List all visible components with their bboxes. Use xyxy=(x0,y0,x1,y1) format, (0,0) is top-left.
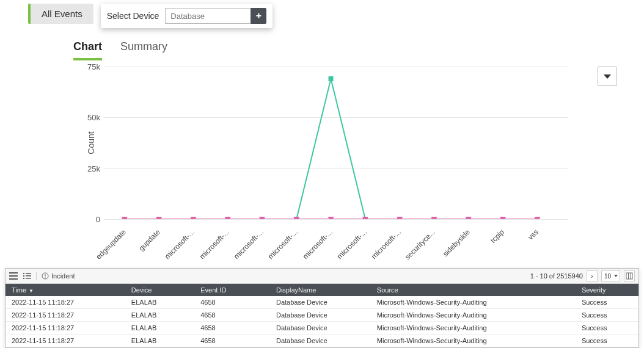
col-header[interactable]: Device xyxy=(125,284,194,296)
col-header[interactable]: Time▼ xyxy=(5,284,125,296)
table-cell: Success xyxy=(576,309,639,322)
x-tick-label: sidebyside xyxy=(441,228,472,258)
table-cell: Microsoft-Windows-Security-Auditing xyxy=(371,296,576,309)
chart-svg xyxy=(104,67,568,219)
col-header[interactable]: DisplayName xyxy=(270,284,371,296)
x-tick-label: gupdate xyxy=(137,228,162,253)
plot-area: Count 025k50k75kedgeupdategupdatemicroso… xyxy=(104,67,568,219)
table-cell: Success xyxy=(576,296,639,309)
grid-line xyxy=(104,219,568,220)
select-device-label: Select Device xyxy=(107,11,159,21)
columns-icon xyxy=(626,272,633,280)
incident-icon xyxy=(42,272,49,280)
table-head: Time▼DeviceEvent IDDisplayNameSourceSeve… xyxy=(5,284,639,296)
series-line xyxy=(125,79,538,219)
table-cell: 4658 xyxy=(194,309,270,322)
table-cell: Success xyxy=(576,322,639,335)
incident-button[interactable]: Incident xyxy=(36,272,75,280)
page-size-select[interactable]: 10 xyxy=(601,270,620,281)
table-cell: Microsoft-Windows-Security-Auditing xyxy=(371,322,576,335)
chart-card: Chart Summary Count 025k50k75kedgeupdate… xyxy=(61,34,587,268)
plus-icon: + xyxy=(256,10,262,21)
x-tick-label: microsoft-... xyxy=(266,228,299,261)
table-cell: ELALAB xyxy=(125,296,194,309)
table-cell: 2022-11-15 11:18:27 xyxy=(5,322,125,335)
table-cell: 4658 xyxy=(194,335,270,347)
x-tick-label: securityce... xyxy=(403,228,437,261)
table-cell: 2022-11-15 11:18:27 xyxy=(5,335,125,347)
table-row[interactable]: 2022-11-15 11:18:27ELALAB4658Database De… xyxy=(5,296,639,309)
list-view-icon[interactable] xyxy=(23,272,31,280)
table-cell: Success xyxy=(576,335,639,347)
table-view-icon[interactable] xyxy=(9,272,18,280)
table-row[interactable]: 2022-11-15 11:18:27ELALAB4658Database De… xyxy=(5,309,639,322)
chart-body: Count 025k50k75kedgeupdategupdatemicroso… xyxy=(61,60,587,268)
next-page-button[interactable]: › xyxy=(587,270,598,281)
x-tick-label: microsoft-... xyxy=(232,228,265,261)
x-tick-label: microsoft-... xyxy=(301,228,334,261)
tab-chart[interactable]: Chart xyxy=(73,40,102,60)
toolbar-left: Incident xyxy=(9,272,75,280)
svg-rect-2 xyxy=(626,273,632,279)
toolbar-right: 1 - 10 of 2515940 › 10 xyxy=(530,270,635,281)
col-header[interactable]: Source xyxy=(371,284,576,296)
x-tick-label: microsoft-... xyxy=(370,228,403,261)
table-cell: Database Device xyxy=(270,296,371,309)
sort-desc-icon: ▼ xyxy=(29,288,34,294)
tab-all-events[interactable]: All Events xyxy=(28,4,93,24)
table-cell: Microsoft-Windows-Security-Auditing xyxy=(371,335,576,347)
table-row[interactable]: 2022-11-15 11:18:27ELALAB4658Database De… xyxy=(5,335,639,347)
table-cell: Database Device xyxy=(270,309,371,322)
chevron-down-icon xyxy=(604,74,611,79)
x-tick-label: microsoft-... xyxy=(335,228,368,261)
table-cell: ELALAB xyxy=(125,322,194,335)
column-settings-button[interactable] xyxy=(624,270,635,281)
svg-point-1 xyxy=(45,277,45,278)
y-axis-label: Count xyxy=(86,131,96,154)
x-tick-label: microsoft-... xyxy=(197,228,230,261)
table-panel: Incident 1 - 10 of 2515940 › 10 Time▼Dev… xyxy=(5,268,639,348)
table-body: 2022-11-15 11:18:27ELALAB4658Database De… xyxy=(5,296,639,347)
y-tick: 50k xyxy=(78,113,100,122)
device-selector-card: Select Device + xyxy=(101,4,273,28)
table-cell: 4658 xyxy=(194,296,270,309)
table-cell: ELALAB xyxy=(125,335,194,347)
table-cell: Microsoft-Windows-Security-Auditing xyxy=(371,309,576,322)
page-range: 1 - 10 of 2515940 xyxy=(530,272,583,280)
chart-options-button[interactable] xyxy=(598,67,617,86)
table-row[interactable]: 2022-11-15 11:18:27ELALAB4658Database De… xyxy=(5,322,639,335)
col-header[interactable]: Event ID xyxy=(194,284,270,296)
table-cell: 4658 xyxy=(194,322,270,335)
table-cell: 2022-11-15 11:18:27 xyxy=(5,309,125,322)
device-input-wrap: + xyxy=(165,8,266,24)
table-cell: Database Device xyxy=(270,335,371,347)
x-tick-label: edgeupdate xyxy=(94,228,128,261)
table-cell: ELALAB xyxy=(125,309,194,322)
y-tick: 0 xyxy=(78,215,100,224)
incident-label: Incident xyxy=(51,272,75,280)
chart-tabs: Chart Summary xyxy=(61,34,587,60)
top-row: All Events Select Device + xyxy=(0,0,644,28)
y-tick: 75k xyxy=(78,62,100,71)
tab-summary[interactable]: Summary xyxy=(120,40,167,60)
y-tick: 25k xyxy=(78,164,100,173)
events-table: Time▼DeviceEvent IDDisplayNameSourceSeve… xyxy=(5,284,639,347)
table-cell: 2022-11-15 11:18:27 xyxy=(5,296,125,309)
table-cell: Database Device xyxy=(270,322,371,335)
device-input[interactable] xyxy=(165,8,251,24)
x-tick-label: microsoft-... xyxy=(163,228,196,261)
x-tick-label: tcpip xyxy=(489,228,506,245)
add-device-button[interactable]: + xyxy=(251,8,266,24)
x-tick-label: vss xyxy=(527,228,541,242)
table-toolbar: Incident 1 - 10 of 2515940 › 10 xyxy=(5,269,639,284)
col-header[interactable]: Severity xyxy=(576,284,639,296)
marker-square xyxy=(329,76,334,81)
